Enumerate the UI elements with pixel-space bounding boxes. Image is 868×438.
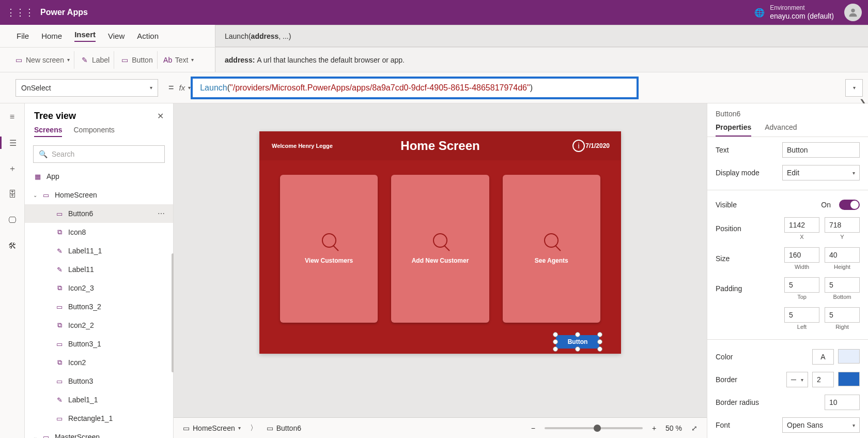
waffle-icon[interactable]: ⋮⋮⋮ [6,7,34,18]
label-icon: ✎ [81,56,89,64]
fill-color-swatch[interactable] [838,349,860,364]
pad-bottom-input[interactable]: 5 [825,277,860,293]
rail-tools-icon[interactable]: 🛠 [6,240,19,252]
tree-node-label11-1[interactable]: ✎Label11_1 [25,241,173,260]
formula-input[interactable]: Launch("/providers/Microsoft.PowerApps/a… [191,77,639,99]
size-h-input[interactable]: 40 [825,247,860,263]
resize-handle[interactable] [575,332,580,337]
zoom-value: 50 % [665,424,682,432]
canvas-stage[interactable]: Welcome Henry Legge Home Screen i 7/1/20… [174,103,707,417]
button-icon: ▭ [55,339,64,349]
visible-toggle[interactable] [839,200,860,210]
tree-node-icon2-2[interactable]: ⧉Icon2_2 [25,316,173,335]
equals-sign: = [168,82,174,93]
tree-node-button6[interactable]: ▭Button6⋯ [25,204,173,223]
tree-node-icon8[interactable]: ⧉Icon8 [25,223,173,241]
resize-handle[interactable] [553,332,558,337]
tab-advanced[interactable]: Advanced [765,123,797,137]
prop-position-label: Position [716,224,772,233]
formula-signature: Launch(address, ...) [215,25,868,47]
rail-hamburger-icon[interactable]: ≡ [6,111,19,123]
tree-node-masterscreen[interactable]: ⌄▭MasterScreen [25,428,173,438]
fit-screen-icon[interactable]: ⤢ [691,424,698,432]
group-icon: ⧉ [55,321,64,330]
slider-thumb[interactable] [594,425,601,432]
breadcrumb-control[interactable]: ▭ Button6 [267,424,301,432]
insert-text-button[interactable]: Ab Text ▾ [160,51,198,69]
tree-node-icon2-3[interactable]: ⧉Icon2_3 [25,279,173,297]
tile-view-customers[interactable]: View Customers [280,175,378,323]
chevron-down-icon: ▾ [191,57,194,63]
new-screen-button[interactable]: ▭ New screen ▾ [10,51,74,69]
canvas-area: Welcome Henry Legge Home Screen i 7/1/20… [174,103,707,438]
tree-node-label11[interactable]: ✎Label11 [25,260,173,279]
tree-node-button3-2[interactable]: ▭Button3_2 [25,297,173,316]
tree-node-homescreen[interactable]: ⌄▭HomeScreen [25,186,173,204]
chevron-down-icon: ▾ [853,422,855,428]
insert-label-button[interactable]: ✎ Label [76,51,114,69]
resize-handle[interactable] [597,346,602,352]
ribbon: ▭ New screen ▾ ✎ Label ▭ Button Ab Text … [0,48,868,72]
border-style-select[interactable]: ─▾ [786,372,808,387]
tree-node-rectangle1-1[interactable]: ▭Rectangle1_1 [25,409,173,428]
chevron-down-icon: ⌄ [33,192,37,198]
rail-data-icon[interactable]: 🗄 [6,188,19,201]
tree-search[interactable]: 🔍 Search [33,145,165,163]
zoom-in[interactable]: + [652,424,656,432]
tab-components[interactable]: Components [73,126,114,137]
tile-see-agents[interactable]: See Agents [503,175,600,323]
menu-file[interactable]: File [17,32,29,40]
pad-right-input[interactable]: 5 [825,307,860,323]
tree-node-button3-1[interactable]: ▭Button3_1 [25,335,173,353]
size-w-input[interactable]: 160 [784,247,819,263]
user-avatar[interactable] [844,4,862,21]
tree-node-app[interactable]: ▦App [25,167,173,186]
pad-top-input[interactable]: 5 [784,277,819,293]
more-icon[interactable]: ⋯ [158,209,166,218]
border-color-swatch[interactable] [838,372,860,386]
prop-text-input[interactable]: Button [782,142,860,158]
tab-screens[interactable]: Screens [34,126,62,137]
breadcrumb-screen[interactable]: ▭ HomeScreen ▾ [183,424,241,432]
rail-add-icon[interactable]: ＋ [6,162,19,175]
fx-label: fx [179,83,185,92]
tile-add-customer[interactable]: Add New Customer [391,175,489,323]
rail-tree-icon[interactable]: ☰ [0,137,25,149]
environment-picker[interactable]: 🌐 Environment enayu.com (default) [754,4,834,21]
environment-name: enayu.com (default) [770,12,834,21]
prop-size-label: Size [716,254,772,263]
resize-handle[interactable] [553,346,558,352]
font-select[interactable]: Open Sans▾ [782,417,860,433]
insert-button-button[interactable]: ▭ Button [116,51,157,69]
tree-node-icon2[interactable]: ⧉Icon2 [25,353,173,372]
info-icon: i [572,140,585,152]
resize-handle[interactable] [575,346,580,352]
zoom-slider[interactable] [545,427,643,429]
rail-media-icon[interactable]: 🖵 [6,214,19,226]
prop-display-select[interactable]: Edit▾ [782,165,860,180]
property-selector[interactable]: OnSelect ▾ [16,79,158,97]
menu-view[interactable]: View [108,32,125,40]
canvas-footer: ▭ HomeScreen ▾ 〉 ▭ Button6 − + 50 % ⤢ [174,417,707,438]
menu-insert[interactable]: Insert [74,30,96,42]
formula-expand-button[interactable]: ▾ [845,79,863,97]
menu-action[interactable]: Action [137,32,159,40]
close-icon[interactable]: ✕ [157,111,164,121]
pos-y-input[interactable]: 718 [825,217,860,233]
resize-handle[interactable] [553,339,558,344]
radius-input[interactable]: 10 [825,395,860,410]
pad-left-input[interactable]: 5 [784,307,819,323]
tab-properties[interactable]: Properties [716,123,751,137]
resize-handle[interactable] [597,339,602,344]
chevron-down-icon: ▾ [853,170,855,176]
font-color-button[interactable]: A [812,349,834,365]
menu-home[interactable]: Home [41,32,62,40]
border-width-input[interactable]: 2 [812,372,834,387]
prop-display-label: Display mode [716,169,772,177]
parameter-hint: address:A url that launches the default … [215,48,868,72]
tree-node-button3[interactable]: ▭Button3 [25,372,173,390]
resize-handle[interactable] [597,332,602,337]
tree-node-label1-1[interactable]: ✎Label1_1 [25,390,173,409]
zoom-out[interactable]: − [531,424,535,432]
pos-x-input[interactable]: 1142 [784,217,819,233]
